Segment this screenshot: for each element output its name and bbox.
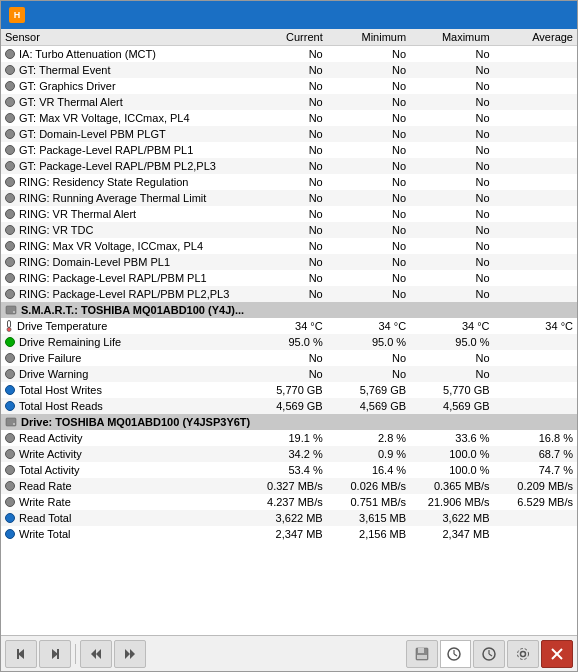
- sensor-average: [494, 334, 577, 350]
- sensor-name: Total Host Reads: [19, 400, 103, 412]
- sensor-minimum: 0.026 MB/s: [327, 478, 410, 494]
- double-arrow-left-icon: [89, 647, 103, 661]
- sensor-current: No: [243, 46, 326, 62]
- sensor-minimum: No: [327, 206, 410, 222]
- sensor-current: 53.4 %: [243, 462, 326, 478]
- clock2-button[interactable]: [473, 640, 505, 668]
- sensor-maximum: 2,347 MB: [410, 526, 493, 542]
- sensor-current: 34.2 %: [243, 446, 326, 462]
- sensor-maximum: 0.365 MB/s: [410, 478, 493, 494]
- circle-gray-icon: [5, 369, 15, 379]
- nav-forward-button[interactable]: [39, 640, 71, 668]
- svg-marker-13: [125, 649, 130, 659]
- save-button[interactable]: [406, 640, 438, 668]
- sensor-current: No: [243, 222, 326, 238]
- sensor-average: [494, 78, 577, 94]
- sensor-maximum: No: [410, 254, 493, 270]
- nav-forward2-button[interactable]: [114, 640, 146, 668]
- table-row: Total Host Reads4,569 GB4,569 GB4,569 GB: [1, 398, 577, 414]
- sensor-minimum: No: [327, 238, 410, 254]
- sensor-maximum: No: [410, 62, 493, 78]
- col-current: Current: [243, 29, 326, 46]
- sensor-current: No: [243, 238, 326, 254]
- sensor-current: No: [243, 350, 326, 366]
- sensor-table: Sensor Current Minimum Maximum Average I…: [1, 29, 577, 542]
- sensor-maximum: No: [410, 206, 493, 222]
- sensor-maximum: No: [410, 142, 493, 158]
- svg-line-19: [454, 654, 457, 656]
- sensor-name: RING: Domain-Level PBM PL1: [19, 256, 170, 268]
- settings-button[interactable]: [507, 640, 539, 668]
- sensor-name: RING: Residency State Regulation: [19, 176, 188, 188]
- sensor-label-cell: Drive Remaining Life: [1, 334, 243, 350]
- circle-gray-icon: [5, 209, 15, 219]
- svg-line-22: [489, 654, 492, 656]
- sensor-minimum: No: [327, 94, 410, 110]
- svg-marker-12: [130, 649, 135, 659]
- close-sensors-button[interactable]: [541, 640, 573, 668]
- sensor-maximum: 33.6 %: [410, 430, 493, 446]
- sensor-current: No: [243, 254, 326, 270]
- sensor-average: 6.529 MB/s: [494, 494, 577, 510]
- sensor-label-cell: RING: Package-Level RAPL/PBM PL2,PL3: [1, 286, 243, 302]
- sensor-average: 34 °C: [494, 318, 577, 334]
- sensor-minimum: No: [327, 126, 410, 142]
- sensor-current: No: [243, 110, 326, 126]
- table-row: Drive Temperature34 °C34 °C34 °C34 °C: [1, 318, 577, 334]
- sensor-name: GT: VR Thermal Alert: [19, 96, 123, 108]
- minimize-button[interactable]: [505, 6, 525, 24]
- sensor-average: [494, 190, 577, 206]
- sensor-name: RING: VR Thermal Alert: [19, 208, 136, 220]
- svg-rect-15: [418, 648, 424, 653]
- close-button[interactable]: [549, 6, 569, 24]
- circle-gray-icon: [5, 65, 15, 75]
- svg-rect-9: [57, 649, 59, 659]
- sensor-minimum: No: [327, 174, 410, 190]
- sensor-label-cell: Total Host Writes: [1, 382, 243, 398]
- nav-back-button[interactable]: [5, 640, 37, 668]
- sensor-name: Read Activity: [19, 432, 83, 444]
- sensor-minimum: 5,769 GB: [327, 382, 410, 398]
- table-row: Read Total3,622 MB3,615 MB3,622 MB: [1, 510, 577, 526]
- sensor-name: Read Total: [19, 512, 71, 524]
- sensor-current: 19.1 %: [243, 430, 326, 446]
- sensor-average: [494, 94, 577, 110]
- sensor-name: Write Activity: [19, 448, 82, 460]
- sensor-maximum: 95.0 %: [410, 334, 493, 350]
- sensor-minimum: 0.9 %: [327, 446, 410, 462]
- sensor-maximum: No: [410, 110, 493, 126]
- sensor-name: Drive Warning: [19, 368, 88, 380]
- circle-blue-icon: [5, 385, 15, 395]
- table-row: Read Rate0.327 MB/s0.026 MB/s0.365 MB/s0…: [1, 478, 577, 494]
- table-row: Total Host Writes5,770 GB5,769 GB5,770 G…: [1, 382, 577, 398]
- sensor-average: [494, 526, 577, 542]
- section-header-label: S.M.A.R.T.: TOSHIBA MQ01ABD100 (Y4J)...: [1, 302, 577, 318]
- section-header-row: Drive: TOSHIBA MQ01ABD100 (Y4JSP3Y6T): [1, 414, 577, 430]
- statusbar: [1, 635, 577, 671]
- sensor-name: IA: Turbo Attenuation (MCT): [19, 48, 156, 60]
- sensor-maximum: 34 °C: [410, 318, 493, 334]
- svg-point-24: [518, 648, 529, 659]
- svg-point-23: [521, 651, 526, 656]
- table-row: GT: Package-Level RAPL/PBM PL2,PL3NoNoNo: [1, 158, 577, 174]
- table-row: Drive WarningNoNoNo: [1, 366, 577, 382]
- sensor-maximum: No: [410, 270, 493, 286]
- title-bar-left: H: [9, 7, 31, 23]
- sensor-minimum: No: [327, 62, 410, 78]
- sensor-current: No: [243, 158, 326, 174]
- sensor-average: [494, 62, 577, 78]
- table-row: Write Activity34.2 %0.9 %100.0 %68.7 %: [1, 446, 577, 462]
- sensor-label-cell: Write Activity: [1, 446, 243, 462]
- sensor-table-container[interactable]: Sensor Current Minimum Maximum Average I…: [1, 29, 577, 635]
- sensor-current: 4,569 GB: [243, 398, 326, 414]
- sensor-current: No: [243, 206, 326, 222]
- nav-back2-button[interactable]: [80, 640, 112, 668]
- maximize-button[interactable]: [527, 6, 547, 24]
- sensor-label-cell: GT: Thermal Event: [1, 62, 243, 78]
- table-row: GT: VR Thermal AlertNoNoNo: [1, 94, 577, 110]
- sensor-label-cell: Drive Failure: [1, 350, 243, 366]
- sensor-name: RING: Package-Level RAPL/PBM PL2,PL3: [19, 288, 229, 300]
- sensor-label-cell: Write Total: [1, 526, 243, 542]
- sensor-current: 34 °C: [243, 318, 326, 334]
- sensor-average: 16.8 %: [494, 430, 577, 446]
